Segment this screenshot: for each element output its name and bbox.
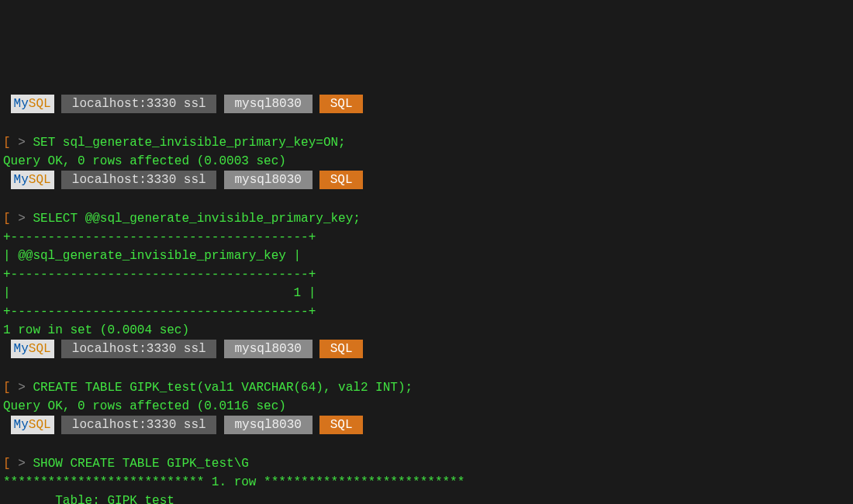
prompt-host: localhost:3330 ssl xyxy=(61,95,216,113)
prompt-db: mysql8030 xyxy=(224,416,313,434)
prompt-mode: SQL xyxy=(319,340,363,358)
cmd-1: SET sql_generate_invisible_primary_key=O… xyxy=(33,136,345,150)
prompt-line-4: MySQL localhost:3330 ssl mysql8030 SQL xyxy=(3,416,850,434)
tbl-header: | @@sql_generate_invisible_primary_key | xyxy=(3,249,301,263)
open-bracket: [ xyxy=(3,457,11,471)
cmd-2: SELECT @@sql_generate_invisible_primary_… xyxy=(33,212,360,226)
tbl-border: +---------------------------------------… xyxy=(3,268,316,281)
prompt-db: mysql8030 xyxy=(224,95,313,113)
tbl-border: +---------------------------------------… xyxy=(3,305,316,319)
prompt-host: localhost:3330 ssl xyxy=(61,340,216,358)
prompt-line-2: MySQL localhost:3330 ssl mysql8030 SQL xyxy=(3,171,850,189)
open-bracket: [ xyxy=(3,136,11,150)
tbl-value: | 1 | xyxy=(3,286,316,300)
prompt-mysql: MySQL xyxy=(11,171,54,189)
row-separator: *************************** 1. row *****… xyxy=(3,475,464,489)
response-1: Query OK, 0 rows affected (0.0003 sec) xyxy=(3,154,286,168)
open-bracket: [ xyxy=(3,381,11,395)
prompt-mysql: MySQL xyxy=(11,340,54,358)
response-3: Query OK, 0 rows affected (0.0116 sec) xyxy=(3,399,286,413)
prompt-db: mysql8030 xyxy=(224,340,313,358)
prompt-line-1: MySQL localhost:3330 ssl mysql8030 SQL xyxy=(3,95,850,113)
cmd-4: SHOW CREATE TABLE GIPK_test\G xyxy=(33,457,248,471)
terminal-output: MySQL localhost:3330 ssl mysql8030 SQL [… xyxy=(3,76,850,504)
create-table-name: Table: GIPK_test xyxy=(3,494,174,504)
prompt-arrow: > xyxy=(11,457,33,471)
prompt-mysql: MySQL xyxy=(11,95,54,113)
cmd-3: CREATE TABLE GIPK_test(val1 VARCHAR(64),… xyxy=(33,381,413,395)
prompt-arrow: > xyxy=(11,381,33,395)
prompt-mode: SQL xyxy=(319,95,363,113)
prompt-mode: SQL xyxy=(319,171,363,189)
prompt-arrow: > xyxy=(11,212,33,226)
response-2: 1 row in set (0.0004 sec) xyxy=(3,323,189,337)
prompt-arrow: > xyxy=(11,136,33,150)
prompt-mysql: MySQL xyxy=(11,416,54,434)
open-bracket: [ xyxy=(3,212,11,226)
tbl-border: +---------------------------------------… xyxy=(3,230,316,244)
prompt-line-3: MySQL localhost:3330 ssl mysql8030 SQL xyxy=(3,340,850,358)
prompt-mode: SQL xyxy=(319,416,363,434)
prompt-host: localhost:3330 ssl xyxy=(61,171,216,189)
prompt-db: mysql8030 xyxy=(224,171,313,189)
prompt-host: localhost:3330 ssl xyxy=(61,416,216,434)
